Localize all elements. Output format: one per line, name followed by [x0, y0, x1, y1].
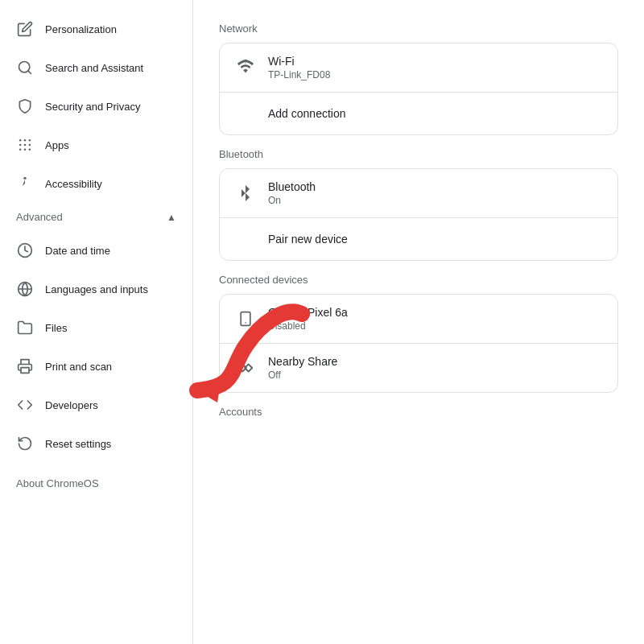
sidebar-item-personalization[interactable]: Personalization [0, 10, 186, 48]
nearby-share-item[interactable]: Nearby Share Off [220, 344, 617, 392]
svg-point-3 [24, 139, 27, 142]
sidebar: Personalization Search and Assistant Sec… [0, 0, 193, 644]
svg-point-6 [24, 144, 27, 147]
accessibility-label: Accessibility [45, 178, 102, 190]
svg-point-5 [19, 144, 22, 147]
svg-point-7 [29, 144, 31, 147]
connected-devices-section: Connected devices Google Pixel 6a Disabl… [219, 274, 618, 393]
globe-icon [16, 280, 34, 298]
developers-label: Developers [45, 399, 98, 411]
nearby-share-primary: Nearby Share [268, 355, 337, 368]
connected-devices-card: Google Pixel 6a Disabled Nearby Share Of… [219, 294, 618, 393]
sidebar-item-developers[interactable]: Developers [0, 386, 186, 424]
google-pixel-primary: Google Pixel 6a [268, 306, 348, 319]
sidebar-item-reset-settings[interactable]: Reset settings [0, 424, 186, 463]
svg-rect-16 [245, 63, 246, 64]
nearby-share-text: Nearby Share Off [268, 355, 337, 381]
chevron-up-icon: ▲ [167, 212, 176, 223]
sidebar-item-print-scan[interactable]: Print and scan [0, 347, 186, 386]
connected-devices-title: Connected devices [219, 274, 618, 286]
pair-new-device-item[interactable]: Pair new device [220, 218, 617, 260]
advanced-label: Advanced [16, 211, 63, 223]
svg-line-1 [28, 71, 31, 74]
languages-inputs-label: Languages and inputs [45, 283, 148, 295]
pair-new-device-text: Pair new device [268, 233, 348, 246]
reset-icon [16, 435, 34, 452]
wifi-icon [236, 58, 255, 77]
search-assistant-label: Search and Assistant [45, 62, 143, 74]
sidebar-item-security-privacy[interactable]: Security and Privacy [0, 87, 186, 126]
accounts-section: Accounts [219, 406, 618, 418]
svg-point-11 [23, 177, 26, 180]
printer-icon [16, 357, 34, 375]
about-chromeos[interactable]: About ChromeOS [0, 469, 192, 497]
sidebar-item-search-assistant[interactable]: Search and Assistant [0, 48, 186, 87]
pencil-icon [16, 20, 34, 38]
network-card: Wi-Fi TP-Link_FD08 Add connection [219, 43, 618, 135]
svg-rect-15 [21, 368, 29, 374]
apps-label: Apps [45, 139, 69, 151]
svg-point-4 [29, 139, 31, 142]
files-label: Files [45, 322, 67, 334]
search-icon [16, 59, 34, 76]
network-section: Network Wi-Fi TP-Link_FD08 [219, 23, 618, 135]
network-section-title: Network [219, 23, 618, 35]
accounts-section-title: Accounts [219, 406, 618, 418]
sidebar-item-accessibility[interactable]: Accessibility [0, 164, 186, 203]
google-pixel-secondary: Disabled [268, 320, 348, 332]
add-connection-primary: Add connection [268, 107, 346, 120]
sidebar-item-files[interactable]: Files [0, 308, 186, 347]
svg-point-8 [19, 149, 22, 151]
pair-new-device-primary: Pair new device [268, 233, 348, 246]
advanced-section-header[interactable]: Advanced ▲ [0, 203, 192, 231]
wifi-primary: Wi-Fi [268, 55, 330, 68]
google-pixel-text: Google Pixel 6a Disabled [268, 306, 348, 332]
sidebar-item-date-time[interactable]: Date and time [0, 231, 186, 270]
svg-point-2 [19, 139, 22, 142]
accessibility-icon [16, 175, 34, 192]
pair-device-icon [236, 229, 255, 249]
apps-icon [16, 136, 34, 154]
bluetooth-secondary: On [268, 195, 316, 206]
bluetooth-card: Bluetooth On Pair new device [219, 168, 618, 261]
bluetooth-icon [236, 184, 255, 203]
folder-icon [16, 319, 34, 336]
add-connection-item[interactable]: Add connection [220, 93, 617, 134]
phone-icon [236, 309, 255, 328]
personalization-label: Personalization [45, 23, 117, 35]
wifi-secondary: TP-Link_FD08 [268, 69, 330, 80]
nearby-share-icon [236, 358, 255, 378]
nearby-share-secondary: Off [268, 369, 337, 381]
bluetooth-section-title: Bluetooth [219, 148, 618, 160]
svg-rect-17 [241, 312, 250, 326]
wifi-text: Wi-Fi TP-Link_FD08 [268, 55, 330, 80]
google-pixel-item[interactable]: Google Pixel 6a Disabled [220, 295, 617, 344]
bluetooth-item[interactable]: Bluetooth On [220, 169, 617, 218]
add-connection-text: Add connection [268, 107, 346, 120]
svg-point-9 [24, 149, 27, 151]
bluetooth-section: Bluetooth Bluetooth On [219, 148, 618, 261]
bluetooth-primary: Bluetooth [268, 180, 316, 193]
date-time-label: Date and time [45, 245, 110, 257]
add-connection-icon [236, 104, 255, 123]
main-content: Network Wi-Fi TP-Link_FD08 [193, 0, 644, 644]
print-scan-label: Print and scan [45, 361, 112, 373]
about-chromeos-label: About ChromeOS [16, 477, 99, 489]
shield-icon [16, 97, 34, 115]
svg-point-10 [29, 149, 31, 151]
sidebar-item-apps[interactable]: Apps [0, 126, 186, 164]
bluetooth-text: Bluetooth On [268, 180, 316, 206]
security-privacy-label: Security and Privacy [45, 101, 141, 113]
sidebar-item-languages-inputs[interactable]: Languages and inputs [0, 270, 186, 308]
wifi-item[interactable]: Wi-Fi TP-Link_FD08 [220, 43, 617, 93]
clock-icon [16, 242, 34, 259]
code-icon [16, 396, 34, 414]
reset-settings-label: Reset settings [45, 438, 111, 450]
